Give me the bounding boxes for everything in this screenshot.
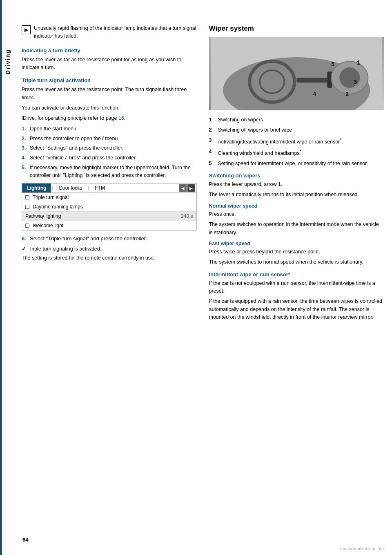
normal-speed-body1: Press once. <box>209 210 384 218</box>
wiper-image-inner: 5 1 2 4 3 <box>209 37 384 110</box>
checkmark-line: ✓ Triple turn signaling is activated. <box>22 246 197 252</box>
wiper-num-2: 2 <box>209 126 215 134</box>
normal-speed-body2: The system switches to operation in the … <box>209 221 384 237</box>
notice-box: ▶ Unusually rapid flashing of the indica… <box>22 25 197 40</box>
row-pathway-label: Pathway lighting <box>25 213 61 219</box>
row-welcome-label: Welcome light <box>33 223 63 228</box>
section2-body3-suffix: . <box>124 115 125 121</box>
tab-lighting[interactable]: Lighting <box>22 184 51 192</box>
step-5-text: If necessary, move the highlight marker … <box>30 164 197 179</box>
svg-text:4: 4 <box>313 91 316 97</box>
idrive-menu: Lighting | Door locks | FTM ◀ ▶ Triple t… <box>22 183 197 231</box>
step-1-num: 1. <box>22 125 27 133</box>
section2-body2: You can activate or deactivate this func… <box>22 104 197 112</box>
wiper-image: 5 1 2 4 3 <box>209 37 384 110</box>
section2-body3-prefix: iDrive, for operating principle refer to… <box>22 115 117 121</box>
nav-left-icon[interactable]: ◀ <box>179 184 187 192</box>
step-2-text: Press the controller to open the i menu. <box>30 135 119 143</box>
footer-text: The setting is stored for the remote con… <box>22 254 197 262</box>
wiper-num-5: 5 <box>209 160 215 168</box>
wiper-item-3: 3 Activating/deactivating intermittent w… <box>209 137 384 146</box>
wiper-item-2-text: Switching off wipers or brief wipe <box>218 126 292 134</box>
step-5-num: 5. <box>22 164 27 179</box>
normal-speed-heading: Normal wiper speed <box>209 203 384 209</box>
svg-text:3: 3 <box>354 78 357 85</box>
step-5: 5. If necessary, move the highlight mark… <box>22 164 197 179</box>
step-6-text: Select "Triple turn signal" and press th… <box>30 235 147 242</box>
row-triple-label: Triple turn signal <box>33 195 69 200</box>
checkmark-text: Triple turn signaling is activated. <box>29 246 101 252</box>
fast-speed-body2: The system switches to normal speed when… <box>209 258 384 266</box>
svg-text:2: 2 <box>345 91 349 97</box>
section2-body1: Press the lever as far as the resistance… <box>22 86 197 102</box>
wiper-item-1-text: Switching on wipers <box>218 116 263 124</box>
step-6-num: 6. <box>22 235 27 242</box>
page-link[interactable]: 16 <box>118 115 124 121</box>
wiper-svg: 5 1 2 4 3 <box>209 37 384 110</box>
nav-right-icon[interactable]: ▶ <box>187 184 195 192</box>
step-6: 6. Select "Triple turn signal" and press… <box>22 235 197 242</box>
step-1-text: Open the start menu. <box>30 125 78 133</box>
fast-speed-heading: Fast wiper speed <box>209 241 384 246</box>
row-daytime-label: Daytime running lamps <box>33 204 83 210</box>
step-4-num: 4. <box>22 154 27 162</box>
fast-speed-body1: Press twice or press beyond the resistan… <box>209 248 384 256</box>
checkbox-triple[interactable] <box>25 195 29 199</box>
wiper-item-3-text: Activating/deactivating intermittent wip… <box>218 137 342 146</box>
tab-ftm[interactable]: FTM <box>90 184 110 192</box>
row-pathway-value: 240 s <box>181 213 193 219</box>
page-number: 64 <box>22 537 28 543</box>
step-3: 3. Select "Settings" and press the contr… <box>22 144 197 152</box>
switching-on-body2: The lever automatically returns to its i… <box>209 191 384 199</box>
row-daytime: Daytime running lamps <box>22 202 196 212</box>
step6-container: 6. Select "Triple turn signal" and press… <box>22 235 197 242</box>
checkbox-welcome[interactable] <box>25 224 29 228</box>
switching-on-body1: Press the lever upward, arrow 1. <box>209 181 384 188</box>
intermittent-heading: Intermittent wipe or rain sensor* <box>209 271 384 278</box>
step-4: 4. Select "Vehicle / Tires" and press th… <box>22 154 197 162</box>
notice-icon: ▶ <box>22 25 31 34</box>
intermittent-heading-text: Intermittent wipe or rain sensor* <box>209 271 290 278</box>
wiper-title: Wiper system <box>209 25 384 33</box>
row-welcome: Welcome light <box>22 221 196 230</box>
section-heading-turn-briefly: Indicating a turn briefly <box>22 47 197 54</box>
wiper-item-5-text: Setting speed for intermittent wipe, or … <box>218 160 367 168</box>
watermark: carmanualsonline.info <box>340 546 384 551</box>
wiper-item-4-text: Cleaning windshield and headlamps* <box>218 148 301 157</box>
steps-list: 1. Open the start menu. 2. Press the con… <box>22 125 197 179</box>
idrive-header: Lighting | Door locks | FTM ◀ ▶ <box>22 184 196 193</box>
checkmark-icon: ✓ <box>22 246 26 252</box>
step-1: 1. Open the start menu. <box>22 125 197 133</box>
svg-text:5: 5 <box>331 61 334 67</box>
wiper-item-4: 4 Cleaning windshield and headlamps* <box>209 148 384 157</box>
checkbox-daytime[interactable] <box>25 205 29 209</box>
step-2: 2. Press the controller to open the i me… <box>22 135 197 143</box>
wiper-item-1: 1 Switching on wipers <box>209 116 384 124</box>
side-tab-label: Driving <box>4 49 11 74</box>
step-3-text: Select "Settings" and press the controll… <box>30 144 123 152</box>
row-triple-turn: Triple turn signal <box>22 193 196 202</box>
side-tab: Driving <box>2 0 13 555</box>
wiper-item-2: 2 Switching off wipers or brief wipe <box>209 126 384 134</box>
wiper-num-1: 1 <box>209 116 215 124</box>
notice-text: Unusually rapid flashing of the indicato… <box>34 25 197 40</box>
tab-doorlocks[interactable]: Door locks <box>54 184 87 192</box>
row-pathway: Pathway lighting 240 s <box>22 212 196 221</box>
section-heading-triple: Triple turn signal activation <box>22 77 197 83</box>
step-3-num: 3. <box>22 144 27 152</box>
svg-text:1: 1 <box>357 59 360 66</box>
step-2-num: 2. <box>22 135 27 143</box>
right-column: Wiper system <box>209 25 384 539</box>
intermittent-body1: If the car is not equipped with a rain s… <box>209 280 384 295</box>
section2-body3: iDrive, for operating principle refer to… <box>22 114 197 122</box>
left-column: ▶ Unusually rapid flashing of the indica… <box>22 25 197 539</box>
step-4-text: Select "Vehicle / Tires" and press the c… <box>30 154 137 162</box>
switching-on-heading: Switching on wipers <box>209 172 384 179</box>
tab-icons: ◀ ▶ <box>179 184 196 192</box>
main-content: ▶ Unusually rapid flashing of the indica… <box>13 0 392 555</box>
wiper-item-5: 5 Setting speed for intermittent wipe, o… <box>209 160 384 168</box>
wiper-num-3: 3 <box>209 137 215 146</box>
section1-body: Press the lever as far as the resistance… <box>22 56 197 72</box>
wiper-items-list: 1 Switching on wipers 2 Switching off wi… <box>209 116 384 168</box>
intermittent-body2: If the car is equipped with a rain senso… <box>209 298 384 321</box>
